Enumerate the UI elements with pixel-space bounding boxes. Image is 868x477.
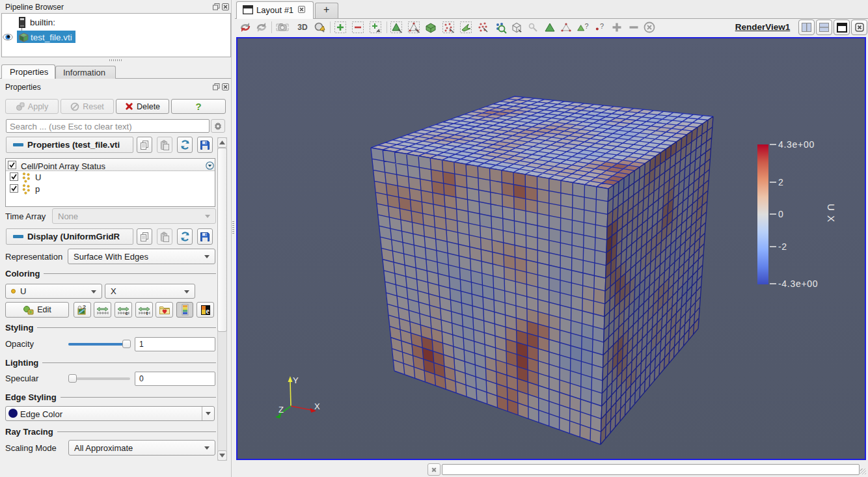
svg-text:?: ? <box>585 23 589 31</box>
svg-text:?: ? <box>600 23 604 31</box>
svg-text:X: X <box>314 402 320 411</box>
svg-text:Y: Y <box>293 375 299 385</box>
svg-text:Z: Z <box>278 405 284 415</box>
svg-text:-4.3e+00: -4.3e+00 <box>778 279 818 289</box>
svg-text:0: 0 <box>778 209 784 219</box>
svg-text:e: e <box>206 307 210 316</box>
svg-text:t: t <box>146 310 148 316</box>
svg-text:2: 2 <box>83 304 86 310</box>
svg-text:4.3e+00: 4.3e+00 <box>778 139 815 150</box>
svg-text:-2: -2 <box>778 241 787 252</box>
svg-text:U X: U X <box>826 204 837 223</box>
svg-text:2: 2 <box>778 177 784 187</box>
svg-text:c: c <box>126 310 129 316</box>
